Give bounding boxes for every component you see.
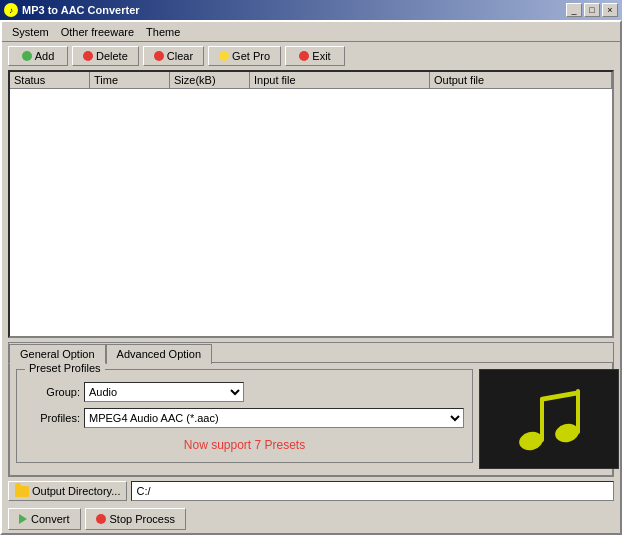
music-note-svg (509, 379, 589, 459)
col-status: Status (10, 72, 90, 88)
tab-advanced[interactable]: Advanced Option (106, 344, 212, 364)
output-directory-button[interactable]: Output Directory... (8, 481, 127, 501)
output-directory-label: Output Directory... (32, 485, 120, 497)
svg-rect-2 (540, 397, 544, 442)
col-time: Time (90, 72, 170, 88)
convert-button[interactable]: Convert (8, 508, 81, 530)
col-output: Output file (430, 72, 612, 88)
add-button[interactable]: Add (8, 46, 68, 66)
stop-label: Stop Process (110, 513, 175, 525)
file-list-header: Status Time Size(kB) Input file Output f… (10, 72, 612, 89)
stop-icon (96, 514, 106, 524)
clear-label: Clear (167, 50, 193, 62)
svg-rect-3 (576, 389, 580, 434)
stop-process-button[interactable]: Stop Process (85, 508, 186, 530)
tab-content: Preset Profiles Group: Audio Video Profi… (9, 362, 613, 476)
preset-content-row: Preset Profiles Group: Audio Video Profi… (16, 369, 606, 469)
window-title: MP3 to AAC Converter (22, 4, 140, 16)
music-thumbnail (479, 369, 619, 469)
col-size: Size(kB) (170, 72, 250, 88)
convert-icon (19, 514, 27, 524)
clear-button[interactable]: Clear (143, 46, 204, 66)
profile-row: Profiles: MPEG4 Audio AAC (*.aac) MP3 (*… (25, 408, 464, 428)
window-controls: _ □ × (566, 3, 618, 17)
output-path-input[interactable] (131, 481, 614, 501)
delete-button[interactable]: Delete (72, 46, 139, 66)
group-select[interactable]: Audio Video (84, 382, 244, 402)
bottom-bar: Convert Stop Process (2, 505, 620, 533)
group-row: Group: Audio Video (25, 382, 464, 402)
exit-button[interactable]: Exit (285, 46, 345, 66)
convert-label: Convert (31, 513, 70, 525)
minimize-button[interactable]: _ (566, 3, 582, 17)
file-list: Status Time Size(kB) Input file Output f… (8, 70, 614, 338)
support-text: Now support 7 Presets (25, 434, 464, 456)
tab-general[interactable]: General Option (9, 344, 106, 364)
menu-system[interactable]: System (6, 24, 55, 40)
getpro-icon (219, 51, 229, 61)
title-bar-left: ♪ MP3 to AAC Converter (4, 3, 140, 17)
profile-select[interactable]: MPEG4 Audio AAC (*.aac) MP3 (*.mp3) OGG … (84, 408, 464, 428)
svg-rect-4 (540, 390, 580, 402)
getpro-button[interactable]: Get Pro (208, 46, 281, 66)
title-bar: ♪ MP3 to AAC Converter _ □ × (0, 0, 622, 20)
clear-icon (154, 51, 164, 61)
menu-other-freeware[interactable]: Other freeware (55, 24, 140, 40)
group-label: Group: (25, 386, 80, 398)
preset-profiles-group: Preset Profiles Group: Audio Video Profi… (16, 369, 473, 463)
main-window: System Other freeware Theme Add Delete C… (0, 20, 622, 535)
add-label: Add (35, 50, 55, 62)
menu-theme[interactable]: Theme (140, 24, 186, 40)
options-area: General Option Advanced Option Preset Pr… (8, 342, 614, 477)
menu-bar: System Other freeware Theme (2, 22, 620, 42)
preset-left: Preset Profiles Group: Audio Video Profi… (16, 369, 473, 469)
delete-label: Delete (96, 50, 128, 62)
col-input: Input file (250, 72, 430, 88)
app-icon: ♪ (4, 3, 18, 17)
output-row: Output Directory... (8, 481, 614, 501)
maximize-button[interactable]: □ (584, 3, 600, 17)
profile-label: Profiles: (25, 412, 80, 424)
toolbar: Add Delete Clear Get Pro Exit (2, 42, 620, 70)
exit-label: Exit (312, 50, 330, 62)
exit-icon (299, 51, 309, 61)
getpro-label: Get Pro (232, 50, 270, 62)
folder-icon (15, 486, 29, 497)
delete-icon (83, 51, 93, 61)
close-button[interactable]: × (602, 3, 618, 17)
tabs-row: General Option Advanced Option (9, 343, 613, 363)
add-icon (22, 51, 32, 61)
